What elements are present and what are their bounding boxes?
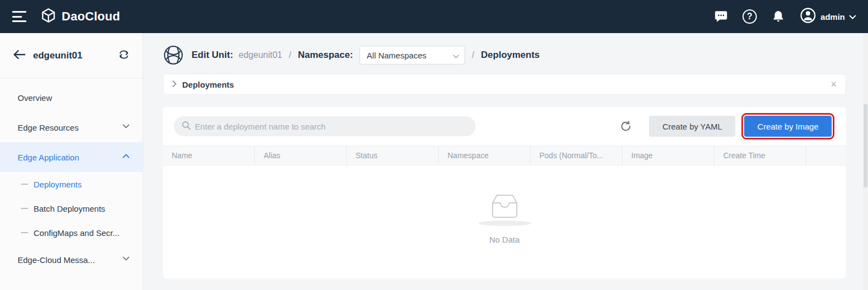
column-status[interactable]: Status — [347, 146, 439, 165]
separator: / — [289, 50, 291, 60]
chat-icon[interactable] — [714, 9, 728, 24]
chevron-down-icon — [123, 124, 129, 131]
namespace-label: Namespace: — [298, 50, 353, 61]
search-input[interactable] — [195, 122, 468, 131]
column-image[interactable]: Image — [623, 146, 714, 165]
scrollbar-thumb[interactable] — [864, 104, 867, 187]
breadcrumb-label: Deployments — [182, 80, 831, 89]
chevron-down-icon — [453, 51, 459, 60]
sidebar-item-overview[interactable]: Overview — [0, 83, 143, 112]
scrollbar[interactable] — [863, 33, 868, 290]
notification-bell-icon[interactable] — [771, 9, 785, 24]
help-icon[interactable]: ? — [743, 9, 757, 24]
sidebar-item-deployments[interactable]: Deployments — [0, 172, 143, 196]
sidebar-item-configmaps-secrets[interactable]: ConfigMaps and Secr... — [0, 221, 143, 245]
create-by-image-button[interactable]: Create by Image — [744, 116, 832, 137]
column-actions — [806, 146, 846, 165]
empty-box-icon — [486, 192, 523, 223]
breadcrumb: Deployments × — [163, 74, 846, 95]
sidebar-item-edge-resources[interactable]: Edge Resources — [0, 112, 143, 142]
switch-unit-icon[interactable] — [118, 49, 129, 62]
search-box — [174, 116, 476, 136]
brand-logo[interactable]: DaoCloud — [41, 8, 120, 25]
topbar: DaoCloud ? admin — [0, 0, 868, 33]
sidebar-item-edge-cloud-message[interactable]: Edge-Cloud Messa... — [0, 245, 143, 275]
dash-icon — [21, 232, 28, 233]
unit-title: edgeunit01 — [33, 50, 111, 61]
unit-mesh-icon — [163, 45, 184, 66]
table-header: Name Alias Status Namespace Pods (Normal… — [163, 146, 846, 165]
sidebar-item-edge-application[interactable]: Edge Application — [0, 142, 143, 172]
chevron-right-icon[interactable] — [172, 79, 177, 89]
user-menu[interactable]: admin — [800, 7, 856, 26]
column-pods[interactable]: Pods (Normal/To... — [531, 146, 623, 165]
chevron-down-icon — [849, 12, 856, 22]
namespace-select[interactable]: All Namespaces — [359, 46, 465, 65]
username: admin — [821, 12, 845, 22]
brand-name: DaoCloud — [62, 9, 120, 24]
unit-name-value: edgeunit01 — [239, 50, 282, 60]
refresh-icon[interactable] — [619, 120, 632, 133]
chevron-down-icon — [123, 256, 129, 263]
separator: / — [472, 50, 474, 60]
dash-icon — [21, 184, 28, 185]
column-create-time[interactable]: Create Time — [714, 146, 806, 165]
main-content: Edit Unit: edgeunit01 / Namespace: All N… — [143, 33, 868, 290]
dash-icon — [21, 208, 28, 209]
edit-unit-label: Edit Unit: — [192, 50, 233, 61]
toolbar: Create by YAML Create by Image — [163, 107, 846, 146]
empty-text: No Data — [489, 235, 520, 244]
column-name[interactable]: Name — [163, 146, 255, 165]
close-icon[interactable]: × — [831, 79, 837, 89]
back-arrow-icon[interactable] — [13, 50, 25, 62]
section-title: Deployments — [481, 50, 540, 61]
deployments-card: Create by YAML Create by Image Name Alia… — [163, 107, 846, 278]
edit-unit-header: Edit Unit: edgeunit01 / Namespace: All N… — [163, 44, 846, 66]
create-by-yaml-button[interactable]: Create by YAML — [649, 116, 735, 137]
cube-logo-icon — [41, 8, 56, 25]
search-icon — [182, 121, 190, 132]
chevron-up-icon — [123, 154, 129, 160]
menu-icon[interactable] — [12, 11, 26, 22]
empty-state: No Data — [163, 165, 846, 278]
empty-shadow — [478, 221, 531, 226]
sidebar-item-batch-deployments[interactable]: Batch Deployments — [0, 196, 143, 221]
sidebar: edgeunit01 Overview Edge Resources Edge … — [0, 33, 143, 290]
column-alias[interactable]: Alias — [255, 146, 347, 165]
column-namespace[interactable]: Namespace — [439, 146, 531, 165]
avatar-icon — [800, 7, 816, 26]
